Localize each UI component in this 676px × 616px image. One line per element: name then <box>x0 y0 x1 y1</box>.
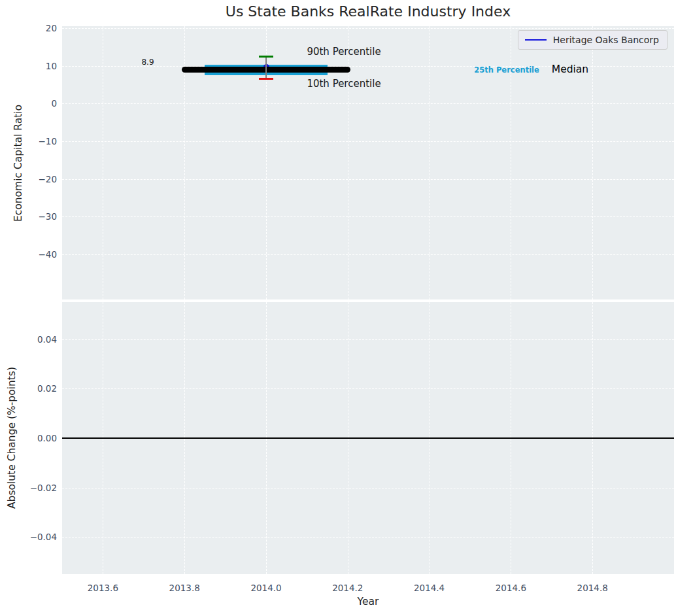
zero-line <box>62 437 674 439</box>
y-gridline <box>62 388 674 389</box>
25th-percentile-label: 25th Percentile <box>474 65 539 75</box>
y-gridline <box>62 141 674 142</box>
y-gridline <box>62 339 674 340</box>
y-gridline <box>62 179 674 180</box>
y-tick-label: −40 <box>0 249 57 260</box>
y-tick-label: 0 <box>0 98 57 109</box>
x-tick-label: 2013.6 <box>76 583 129 593</box>
chart-title: Us State Banks RealRate Industry Index <box>62 3 674 20</box>
y-gridline <box>62 537 674 538</box>
x-tick-label: 2014.8 <box>566 583 618 593</box>
x-gridline <box>592 26 593 299</box>
percentile-whisker-low-cap <box>259 78 273 80</box>
y-tick-label: −10 <box>0 136 57 146</box>
y-tick-label: 0.02 <box>0 383 57 394</box>
percentile-whisker-high-cap <box>259 56 273 58</box>
legend-line-sample <box>525 39 547 41</box>
x-tick-label: 2014.6 <box>484 583 537 593</box>
y-tick-label: 0.04 <box>0 334 57 345</box>
median-value-label: 8.9 <box>141 58 154 67</box>
y-tick-label: 10 <box>0 61 57 71</box>
y-tick-label: −30 <box>0 211 57 222</box>
x-tick-label: 2014.2 <box>322 583 374 593</box>
x-gridline <box>103 26 103 299</box>
y-tick-label: −0.04 <box>0 532 57 542</box>
x-tick-label: 2014.0 <box>240 583 292 593</box>
y-tick-label: −0.02 <box>0 483 57 493</box>
10th-percentile-label: 10th Percentile <box>307 78 380 90</box>
bottom-plot-area <box>62 302 674 574</box>
legend: Heritage Oaks Bancorp <box>518 30 668 50</box>
x-tick-label: 2013.8 <box>158 583 211 593</box>
median-text-label: Median <box>552 63 588 75</box>
y-gridline <box>62 103 674 104</box>
y-gridline <box>62 488 674 488</box>
y-tick-label: −20 <box>0 174 57 184</box>
y-tick-label: 20 <box>0 23 57 33</box>
x-tick-label: 2014.4 <box>403 583 456 593</box>
y-gridline <box>62 254 674 255</box>
x-gridline <box>430 26 430 299</box>
x-axis-label: Year <box>62 596 674 607</box>
y-gridline <box>62 216 674 217</box>
top-plot-area: 8.990th Percentile10th Percentile25th Pe… <box>62 26 674 299</box>
legend-label: Heritage Oaks Bancorp <box>553 35 659 45</box>
90th-percentile-label: 90th Percentile <box>307 46 380 58</box>
chart-figure: Us State Banks RealRate Industry Index 8… <box>0 0 676 616</box>
y-gridline <box>62 28 674 29</box>
percentile-whisker-stem <box>265 57 267 78</box>
y-tick-label: 0.00 <box>0 433 57 443</box>
